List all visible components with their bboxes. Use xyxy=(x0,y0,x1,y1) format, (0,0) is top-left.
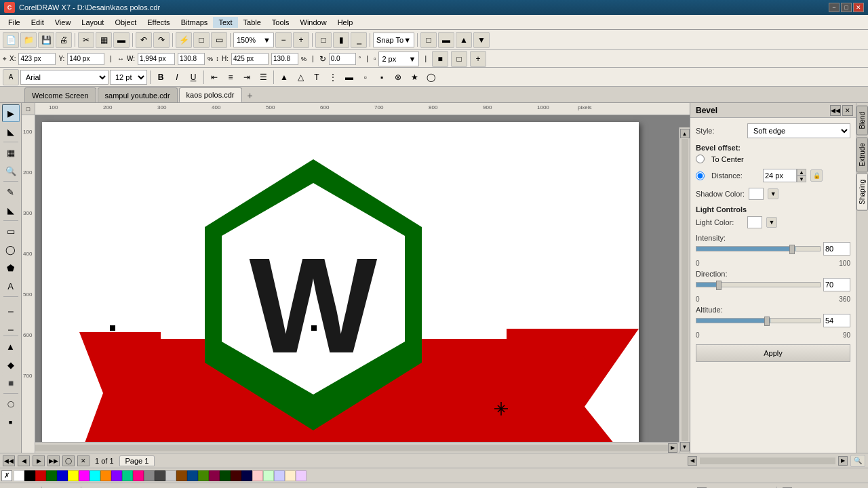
style-dropdown[interactable]: Soft edge xyxy=(747,123,850,138)
paste-button[interactable]: ▬ xyxy=(113,32,130,48)
color-brown[interactable] xyxy=(176,470,187,481)
color-yellow[interactable] xyxy=(68,470,79,481)
text-format-btn7[interactable]: ▪ xyxy=(374,70,389,85)
text-format-btn2[interactable]: △ xyxy=(293,70,308,85)
color-magenta[interactable] xyxy=(79,470,90,481)
menu-text[interactable]: Text xyxy=(213,17,237,28)
crop-tool[interactable]: ▦ xyxy=(2,144,20,161)
h-input[interactable] xyxy=(231,53,269,65)
transform-button[interactable]: □ xyxy=(193,32,210,48)
color-red[interactable] xyxy=(35,470,46,481)
menu-help[interactable]: Help xyxy=(332,17,359,28)
distance-up[interactable]: ▲ xyxy=(797,169,806,176)
text-format-btn4[interactable]: ⋮ xyxy=(326,70,340,85)
new-button[interactable]: 📄 xyxy=(3,32,19,48)
extrude-tab[interactable]: Extrude xyxy=(856,137,868,172)
snap-dropdown[interactable]: Snap To ▼ xyxy=(373,33,414,47)
maximize-button[interactable]: □ xyxy=(841,3,852,12)
text-tool[interactable]: A xyxy=(2,277,20,295)
print-button[interactable]: 🖨 xyxy=(56,32,72,48)
zoom-in-button[interactable]: + xyxy=(293,32,309,48)
tab-add-button[interactable]: + xyxy=(243,89,257,102)
color-lightgreen[interactable] xyxy=(263,470,274,481)
page-next-button[interactable]: ▶ xyxy=(33,455,45,466)
select-tool[interactable]: ▶ xyxy=(2,104,20,122)
align-right-button[interactable]: ⇥ xyxy=(239,70,254,85)
rect-tool[interactable]: ▭ xyxy=(2,222,20,240)
color-purple[interactable] xyxy=(111,470,122,481)
save-button[interactable]: 💾 xyxy=(38,32,54,48)
color-lightblue[interactable] xyxy=(274,470,285,481)
zoom-tool[interactable]: 🔍 xyxy=(2,162,20,180)
intensity-slider-track[interactable] xyxy=(696,246,821,251)
scroll-down-button[interactable]: ▼ xyxy=(680,442,690,451)
view-btn2[interactable]: ▬ xyxy=(438,32,454,48)
add-node-btn[interactable]: + xyxy=(470,51,486,67)
color-teal[interactable] xyxy=(122,470,133,481)
interactive-tool[interactable]: ◾ xyxy=(2,374,20,392)
menu-view[interactable]: View xyxy=(50,17,77,28)
shape-tool[interactable]: ◣ xyxy=(2,123,20,140)
distance-radio[interactable] xyxy=(696,171,705,180)
distance-down[interactable]: ▼ xyxy=(797,176,806,182)
w-input[interactable] xyxy=(138,53,175,65)
menu-edit[interactable]: Edit xyxy=(26,17,50,28)
menu-file[interactable]: File xyxy=(3,17,26,28)
bold-button[interactable]: B xyxy=(153,70,168,85)
color-blue[interactable] xyxy=(57,470,68,481)
color-darkgreen[interactable] xyxy=(220,470,231,481)
direction-slider-thumb[interactable] xyxy=(716,281,722,290)
menu-bitmaps[interactable]: Bitmaps xyxy=(176,17,214,28)
rotate-input[interactable] xyxy=(329,53,356,65)
panel-expand-button[interactable]: ◀◀ xyxy=(830,105,841,116)
color-darkred[interactable] xyxy=(231,470,241,481)
altitude-slider-thumb[interactable] xyxy=(764,317,770,326)
color-gray[interactable] xyxy=(144,470,155,481)
fill-color-tool[interactable]: ■ xyxy=(2,413,20,431)
align-button[interactable]: ▭ xyxy=(211,32,227,48)
view-btn1[interactable]: □ xyxy=(420,32,437,48)
panel-close-button[interactable]: ✕ xyxy=(842,105,853,116)
y-input[interactable] xyxy=(67,53,104,65)
text-format-btn1[interactable]: ▲ xyxy=(277,70,292,85)
view-btn4[interactable]: ▼ xyxy=(473,32,490,48)
scroll-track-h[interactable] xyxy=(33,445,668,451)
text-format-btn8[interactable]: ⊗ xyxy=(391,70,406,85)
eyedropper-tool[interactable]: ◆ xyxy=(2,356,20,373)
shadow-color-dropdown[interactable]: ▼ xyxy=(768,188,778,199)
color-pink[interactable] xyxy=(133,470,144,481)
tab-kaos[interactable]: kaos polos.cdr xyxy=(179,87,242,102)
intensity-slider-thumb[interactable] xyxy=(789,245,795,254)
page-first-button[interactable]: ◀◀ xyxy=(3,455,15,466)
direction-input[interactable] xyxy=(823,278,850,291)
text-format-btn9[interactable]: ★ xyxy=(407,70,422,85)
apply-button[interactable]: Apply xyxy=(696,344,850,362)
x-input[interactable] xyxy=(18,53,56,65)
no-fill-swatch[interactable]: ✗ xyxy=(1,470,12,481)
pagenav-scroll-left[interactable]: ◀ xyxy=(688,456,697,466)
color-peach[interactable] xyxy=(285,470,296,481)
underline-button[interactable]: U xyxy=(186,70,201,85)
guidelines-button[interactable]: ⎯ xyxy=(351,32,367,48)
fill-color-btn[interactable]: ■ xyxy=(432,51,448,67)
color-lavender[interactable] xyxy=(296,470,307,481)
intensity-input[interactable] xyxy=(823,242,850,256)
color-olive[interactable] xyxy=(198,470,209,481)
undo-button[interactable]: ↶ xyxy=(136,32,152,48)
align-justify-button[interactable]: ☰ xyxy=(256,70,271,85)
menu-effects[interactable]: Effects xyxy=(142,17,175,28)
pagenav-scrollbar[interactable] xyxy=(700,458,835,464)
bezier-tool[interactable]: ◣ xyxy=(2,201,20,219)
shadow-color-picker[interactable] xyxy=(749,188,764,200)
align-left-button[interactable]: ⇤ xyxy=(207,70,222,85)
text-format-btn3[interactable]: T xyxy=(309,70,324,85)
menu-table[interactable]: Table xyxy=(238,17,267,28)
font-size-dropdown[interactable]: 12 pt xyxy=(110,70,147,85)
scroll-track-v[interactable] xyxy=(682,139,688,441)
pagenav-scroll-right[interactable]: ▶ xyxy=(838,456,848,466)
polygon-tool[interactable]: ⬟ xyxy=(2,259,20,277)
scale-x-input[interactable] xyxy=(178,53,205,65)
view-btn3[interactable]: ▲ xyxy=(456,32,472,48)
ruler-button[interactable]: ▮ xyxy=(333,32,349,48)
text-format-btn6[interactable]: ▫ xyxy=(358,70,373,85)
